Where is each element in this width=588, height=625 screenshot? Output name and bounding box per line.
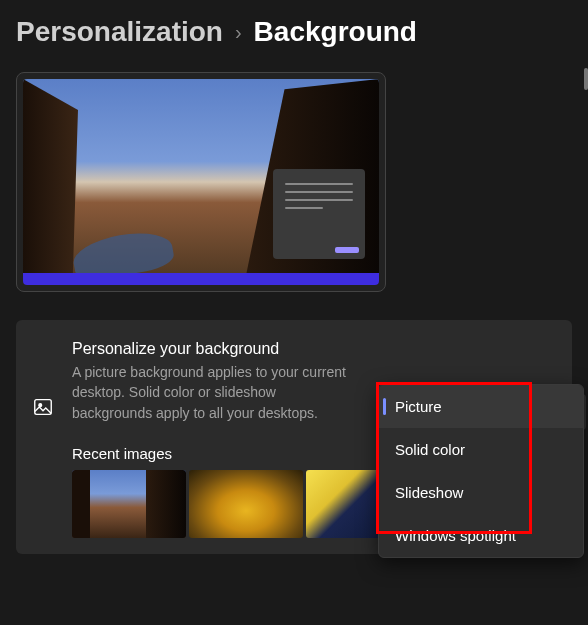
dropdown-option-picture[interactable]: Picture — [379, 385, 583, 428]
breadcrumb: Personalization › Background — [16, 16, 572, 48]
scrollbar[interactable] — [584, 68, 588, 90]
dropdown-option-slideshow[interactable]: Slideshow — [379, 471, 583, 514]
svg-rect-0 — [35, 400, 52, 415]
preview-app-window — [273, 169, 365, 259]
breadcrumb-current: Background — [254, 16, 417, 48]
breadcrumb-parent-link[interactable]: Personalization — [16, 16, 223, 48]
personalize-title: Personalize your background — [72, 340, 352, 358]
background-type-menu: Picture Solid color Slideshow Windows sp… — [378, 384, 584, 558]
recent-image-thumbnail[interactable] — [72, 470, 186, 538]
dropdown-option-solid-color[interactable]: Solid color — [379, 428, 583, 471]
preview-taskbar — [23, 273, 379, 285]
recent-image-thumbnail[interactable] — [189, 470, 303, 538]
personalize-description: A picture background applies to your cur… — [72, 362, 352, 423]
desktop-preview-card — [16, 72, 386, 292]
desktop-preview-image — [23, 79, 379, 285]
dropdown-option-windows-spotlight[interactable]: Windows spotlight — [379, 514, 583, 557]
chevron-right-icon: › — [235, 21, 242, 44]
picture-icon — [32, 396, 54, 418]
